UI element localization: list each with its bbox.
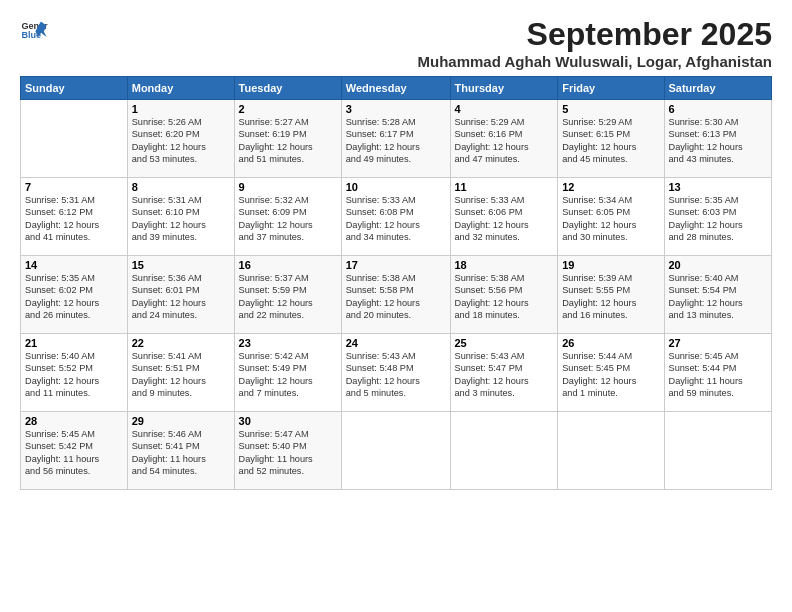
calendar-cell: 8Sunrise: 5:31 AM Sunset: 6:10 PM Daylig… bbox=[127, 178, 234, 256]
calendar-cell: 30Sunrise: 5:47 AM Sunset: 5:40 PM Dayli… bbox=[234, 412, 341, 490]
day-number: 14 bbox=[25, 259, 123, 271]
day-number: 10 bbox=[346, 181, 446, 193]
day-info: Sunrise: 5:42 AM Sunset: 5:49 PM Dayligh… bbox=[239, 350, 337, 400]
day-info: Sunrise: 5:37 AM Sunset: 5:59 PM Dayligh… bbox=[239, 272, 337, 322]
day-number: 22 bbox=[132, 337, 230, 349]
day-number: 4 bbox=[455, 103, 554, 115]
day-number: 20 bbox=[669, 259, 768, 271]
day-info: Sunrise: 5:41 AM Sunset: 5:51 PM Dayligh… bbox=[132, 350, 230, 400]
day-number: 15 bbox=[132, 259, 230, 271]
calendar-cell: 29Sunrise: 5:46 AM Sunset: 5:41 PM Dayli… bbox=[127, 412, 234, 490]
day-number: 6 bbox=[669, 103, 768, 115]
calendar-cell bbox=[341, 412, 450, 490]
day-info: Sunrise: 5:29 AM Sunset: 6:16 PM Dayligh… bbox=[455, 116, 554, 166]
calendar-cell: 11Sunrise: 5:33 AM Sunset: 6:06 PM Dayli… bbox=[450, 178, 558, 256]
calendar-cell: 25Sunrise: 5:43 AM Sunset: 5:47 PM Dayli… bbox=[450, 334, 558, 412]
day-info: Sunrise: 5:26 AM Sunset: 6:20 PM Dayligh… bbox=[132, 116, 230, 166]
day-info: Sunrise: 5:29 AM Sunset: 6:15 PM Dayligh… bbox=[562, 116, 659, 166]
day-info: Sunrise: 5:40 AM Sunset: 5:54 PM Dayligh… bbox=[669, 272, 768, 322]
calendar-week-1: 1Sunrise: 5:26 AM Sunset: 6:20 PM Daylig… bbox=[21, 100, 772, 178]
header-day-saturday: Saturday bbox=[664, 77, 772, 100]
general-blue-logo: General Blue bbox=[20, 16, 48, 44]
calendar-cell: 12Sunrise: 5:34 AM Sunset: 6:05 PM Dayli… bbox=[558, 178, 664, 256]
day-number: 21 bbox=[25, 337, 123, 349]
day-number: 12 bbox=[562, 181, 659, 193]
day-number: 23 bbox=[239, 337, 337, 349]
day-number: 7 bbox=[25, 181, 123, 193]
day-info: Sunrise: 5:28 AM Sunset: 6:17 PM Dayligh… bbox=[346, 116, 446, 166]
day-info: Sunrise: 5:33 AM Sunset: 6:06 PM Dayligh… bbox=[455, 194, 554, 244]
day-info: Sunrise: 5:32 AM Sunset: 6:09 PM Dayligh… bbox=[239, 194, 337, 244]
day-info: Sunrise: 5:35 AM Sunset: 6:02 PM Dayligh… bbox=[25, 272, 123, 322]
day-info: Sunrise: 5:38 AM Sunset: 5:56 PM Dayligh… bbox=[455, 272, 554, 322]
header-day-sunday: Sunday bbox=[21, 77, 128, 100]
day-info: Sunrise: 5:35 AM Sunset: 6:03 PM Dayligh… bbox=[669, 194, 768, 244]
header-day-friday: Friday bbox=[558, 77, 664, 100]
calendar-cell: 17Sunrise: 5:38 AM Sunset: 5:58 PM Dayli… bbox=[341, 256, 450, 334]
day-number: 13 bbox=[669, 181, 768, 193]
day-info: Sunrise: 5:47 AM Sunset: 5:40 PM Dayligh… bbox=[239, 428, 337, 478]
calendar-cell: 13Sunrise: 5:35 AM Sunset: 6:03 PM Dayli… bbox=[664, 178, 772, 256]
calendar-cell: 27Sunrise: 5:45 AM Sunset: 5:44 PM Dayli… bbox=[664, 334, 772, 412]
calendar-cell: 16Sunrise: 5:37 AM Sunset: 5:59 PM Dayli… bbox=[234, 256, 341, 334]
day-number: 2 bbox=[239, 103, 337, 115]
day-number: 25 bbox=[455, 337, 554, 349]
header-day-tuesday: Tuesday bbox=[234, 77, 341, 100]
calendar-cell bbox=[664, 412, 772, 490]
calendar-cell: 28Sunrise: 5:45 AM Sunset: 5:42 PM Dayli… bbox=[21, 412, 128, 490]
day-info: Sunrise: 5:33 AM Sunset: 6:08 PM Dayligh… bbox=[346, 194, 446, 244]
calendar-cell: 10Sunrise: 5:33 AM Sunset: 6:08 PM Dayli… bbox=[341, 178, 450, 256]
calendar-week-3: 14Sunrise: 5:35 AM Sunset: 6:02 PM Dayli… bbox=[21, 256, 772, 334]
day-info: Sunrise: 5:46 AM Sunset: 5:41 PM Dayligh… bbox=[132, 428, 230, 478]
calendar-cell: 18Sunrise: 5:38 AM Sunset: 5:56 PM Dayli… bbox=[450, 256, 558, 334]
day-number: 16 bbox=[239, 259, 337, 271]
day-info: Sunrise: 5:43 AM Sunset: 5:48 PM Dayligh… bbox=[346, 350, 446, 400]
day-info: Sunrise: 5:45 AM Sunset: 5:42 PM Dayligh… bbox=[25, 428, 123, 478]
day-info: Sunrise: 5:27 AM Sunset: 6:19 PM Dayligh… bbox=[239, 116, 337, 166]
day-number: 27 bbox=[669, 337, 768, 349]
day-info: Sunrise: 5:31 AM Sunset: 6:12 PM Dayligh… bbox=[25, 194, 123, 244]
calendar-cell: 19Sunrise: 5:39 AM Sunset: 5:55 PM Dayli… bbox=[558, 256, 664, 334]
day-info: Sunrise: 5:36 AM Sunset: 6:01 PM Dayligh… bbox=[132, 272, 230, 322]
day-number: 19 bbox=[562, 259, 659, 271]
calendar-cell: 6Sunrise: 5:30 AM Sunset: 6:13 PM Daylig… bbox=[664, 100, 772, 178]
calendar-cell: 7Sunrise: 5:31 AM Sunset: 6:12 PM Daylig… bbox=[21, 178, 128, 256]
calendar-cell: 15Sunrise: 5:36 AM Sunset: 6:01 PM Dayli… bbox=[127, 256, 234, 334]
day-number: 11 bbox=[455, 181, 554, 193]
calendar-cell: 4Sunrise: 5:29 AM Sunset: 6:16 PM Daylig… bbox=[450, 100, 558, 178]
day-info: Sunrise: 5:43 AM Sunset: 5:47 PM Dayligh… bbox=[455, 350, 554, 400]
calendar-cell: 24Sunrise: 5:43 AM Sunset: 5:48 PM Dayli… bbox=[341, 334, 450, 412]
day-number: 5 bbox=[562, 103, 659, 115]
calendar-cell: 26Sunrise: 5:44 AM Sunset: 5:45 PM Dayli… bbox=[558, 334, 664, 412]
day-number: 18 bbox=[455, 259, 554, 271]
calendar-week-5: 28Sunrise: 5:45 AM Sunset: 5:42 PM Dayli… bbox=[21, 412, 772, 490]
day-info: Sunrise: 5:38 AM Sunset: 5:58 PM Dayligh… bbox=[346, 272, 446, 322]
calendar-header: SundayMondayTuesdayWednesdayThursdayFrid… bbox=[21, 77, 772, 100]
calendar-cell bbox=[21, 100, 128, 178]
day-info: Sunrise: 5:34 AM Sunset: 6:05 PM Dayligh… bbox=[562, 194, 659, 244]
calendar-week-2: 7Sunrise: 5:31 AM Sunset: 6:12 PM Daylig… bbox=[21, 178, 772, 256]
calendar-cell: 2Sunrise: 5:27 AM Sunset: 6:19 PM Daylig… bbox=[234, 100, 341, 178]
day-number: 17 bbox=[346, 259, 446, 271]
header-day-thursday: Thursday bbox=[450, 77, 558, 100]
day-number: 8 bbox=[132, 181, 230, 193]
day-number: 24 bbox=[346, 337, 446, 349]
calendar-cell: 1Sunrise: 5:26 AM Sunset: 6:20 PM Daylig… bbox=[127, 100, 234, 178]
page-subtitle: Muhammad Aghah Wuluswali, Logar, Afghani… bbox=[418, 53, 772, 70]
day-number: 26 bbox=[562, 337, 659, 349]
calendar-cell: 9Sunrise: 5:32 AM Sunset: 6:09 PM Daylig… bbox=[234, 178, 341, 256]
day-number: 9 bbox=[239, 181, 337, 193]
header-day-wednesday: Wednesday bbox=[341, 77, 450, 100]
day-number: 30 bbox=[239, 415, 337, 427]
day-info: Sunrise: 5:30 AM Sunset: 6:13 PM Dayligh… bbox=[669, 116, 768, 166]
calendar-cell: 21Sunrise: 5:40 AM Sunset: 5:52 PM Dayli… bbox=[21, 334, 128, 412]
calendar-cell bbox=[450, 412, 558, 490]
day-info: Sunrise: 5:31 AM Sunset: 6:10 PM Dayligh… bbox=[132, 194, 230, 244]
day-info: Sunrise: 5:40 AM Sunset: 5:52 PM Dayligh… bbox=[25, 350, 123, 400]
page-title: September 2025 bbox=[418, 16, 772, 53]
calendar-cell: 14Sunrise: 5:35 AM Sunset: 6:02 PM Dayli… bbox=[21, 256, 128, 334]
day-info: Sunrise: 5:39 AM Sunset: 5:55 PM Dayligh… bbox=[562, 272, 659, 322]
calendar-cell: 3Sunrise: 5:28 AM Sunset: 6:17 PM Daylig… bbox=[341, 100, 450, 178]
day-info: Sunrise: 5:45 AM Sunset: 5:44 PM Dayligh… bbox=[669, 350, 768, 400]
day-number: 1 bbox=[132, 103, 230, 115]
